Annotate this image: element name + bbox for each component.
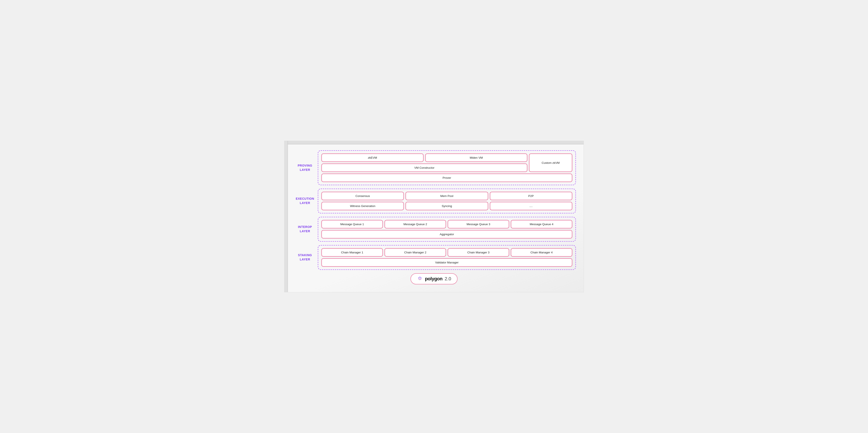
component-box: Consensus xyxy=(322,192,404,200)
component-box: Witness Generation xyxy=(322,202,404,210)
component-box: Message Queue 1 xyxy=(322,220,383,228)
polygon-logo-icon xyxy=(417,276,423,282)
component-box: Syncing xyxy=(406,202,488,210)
component-box: Message Queue 3 xyxy=(448,220,509,228)
component-box: Message Queue 2 xyxy=(385,220,446,228)
ruler-top xyxy=(284,141,584,144)
component-box: Chain Manager 4 xyxy=(511,248,572,256)
svg-point-3 xyxy=(421,277,422,278)
ruler-left xyxy=(284,141,288,292)
layer-label-execution: EXECUTIONLAYER xyxy=(292,197,318,205)
svg-point-1 xyxy=(420,277,420,277)
component-box: VM Constructor xyxy=(322,164,527,172)
svg-point-5 xyxy=(418,279,419,279)
component-box: Message Queue 4 xyxy=(511,220,572,228)
svg-point-4 xyxy=(420,279,420,280)
diagram-container: PROVINGLAYERzkEVMMiden VMVM ConstructorC… xyxy=(292,150,576,270)
layer-row-interop: INTEROPLAYERMessage Queue 1Message Queue… xyxy=(292,217,576,242)
layer-label-staking: STAKINGLAYER xyxy=(292,253,318,262)
polygon-footer: polygon 2.0 xyxy=(292,273,576,285)
polygon-badge: polygon 2.0 xyxy=(410,273,458,285)
polygon-brand-text: polygon xyxy=(425,276,442,281)
component-box: .... xyxy=(490,202,572,210)
layer-box-proving: zkEVMMiden VMVM ConstructorCustom zkVMPr… xyxy=(318,150,576,185)
layer-box-interop: Message Queue 1Message Queue 2Message Qu… xyxy=(318,217,576,242)
layer-box-staking: Chain Manager 1Chain Manager 2Chain Mana… xyxy=(318,245,576,270)
layer-label-proving: PROVINGLAYER xyxy=(292,164,318,172)
svg-point-6 xyxy=(421,279,422,279)
component-box: Custom zkVM xyxy=(529,154,572,172)
component-box: Prover xyxy=(322,174,572,182)
component-box: Miden VM xyxy=(426,154,527,162)
svg-point-2 xyxy=(418,277,419,278)
layer-row-execution: EXECUTIONLAYERConsensusMem PoolP2PWitnes… xyxy=(292,189,576,213)
component-box: Aggregator xyxy=(322,230,572,238)
layer-box-execution: ConsensusMem PoolP2PWitness GenerationSy… xyxy=(318,189,576,213)
component-box: P2P xyxy=(490,192,572,200)
component-box: Chain Manager 1 xyxy=(322,248,383,256)
component-box: Validator Manager xyxy=(322,259,572,266)
component-box: Chain Manager 3 xyxy=(448,248,509,256)
component-box: Mem Pool xyxy=(406,192,488,200)
layer-label-interop: INTEROPLAYER xyxy=(292,225,318,233)
component-box: Chain Manager 2 xyxy=(385,248,446,256)
layer-row-staking: STAKINGLAYERChain Manager 1Chain Manager… xyxy=(292,245,576,270)
polygon-version-text: 2.0 xyxy=(445,276,451,281)
component-box: zkEVM xyxy=(322,154,423,162)
layer-row-proving: PROVINGLAYERzkEVMMiden VMVM ConstructorC… xyxy=(292,150,576,185)
